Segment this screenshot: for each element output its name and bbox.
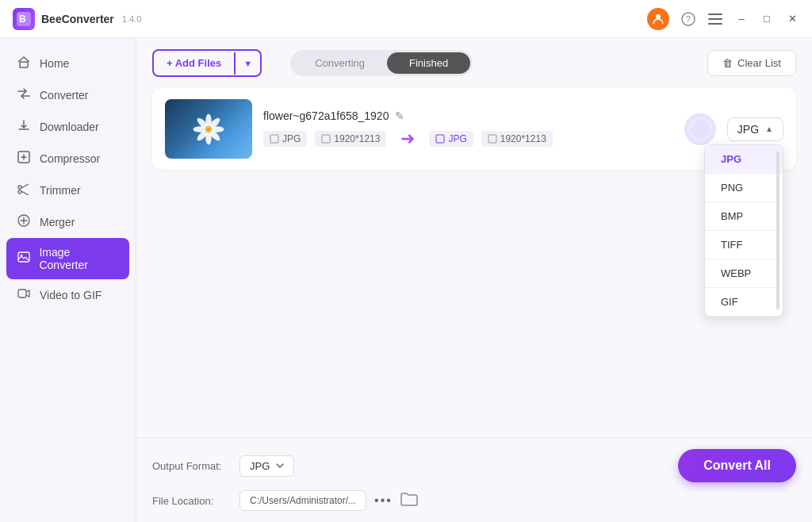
svg-rect-6 bbox=[708, 18, 722, 20]
video-to-gif-icon bbox=[16, 287, 32, 303]
app-logo: B bbox=[13, 8, 35, 30]
add-files-dropdown-arrow[interactable]: ▼ bbox=[234, 52, 260, 75]
content-area: + Add Files ▼ Converting Finished 🗑 Clea… bbox=[136, 38, 812, 522]
minimize-button[interactable]: – bbox=[734, 12, 749, 26]
app-name: BeeConverter bbox=[41, 13, 114, 25]
file-list: flower~g672a1f658_1920 ✎ JPG 1920*1213 ➜ bbox=[136, 88, 812, 437]
file-location-label: File Location: bbox=[152, 495, 232, 507]
format-option-jpg-label: JPG bbox=[721, 153, 741, 165]
svg-rect-13 bbox=[18, 252, 29, 262]
sidebar: Home Converter Downloader bbox=[0, 38, 136, 522]
format-option-png[interactable]: PNG bbox=[705, 174, 783, 202]
convert-arrow-icon: ➜ bbox=[400, 129, 415, 149]
source-format-badge: JPG bbox=[263, 131, 307, 147]
app-version: 1.4.0 bbox=[122, 14, 141, 24]
svg-rect-15 bbox=[18, 290, 26, 297]
file-info: flower~g672a1f658_1920 ✎ JPG 1920*1213 ➜ bbox=[263, 109, 673, 149]
titlebar-controls: ? – □ ✕ bbox=[647, 8, 799, 30]
svg-point-11 bbox=[18, 190, 21, 194]
menu-icon[interactable] bbox=[707, 11, 723, 27]
file-location-input[interactable]: C:/Users/Administrator/... bbox=[239, 490, 366, 511]
merger-icon bbox=[16, 214, 32, 230]
main-layout: Home Converter Downloader bbox=[0, 38, 812, 522]
sidebar-item-home[interactable]: Home bbox=[0, 48, 136, 79]
maximize-button[interactable]: □ bbox=[760, 12, 774, 26]
format-option-gif-label: GIF bbox=[721, 296, 738, 308]
svg-rect-8 bbox=[20, 62, 28, 67]
output-format-label: Output Format: bbox=[152, 460, 232, 472]
svg-point-30 bbox=[689, 118, 710, 140]
format-option-tiff[interactable]: TIFF bbox=[705, 231, 783, 259]
svg-rect-28 bbox=[436, 135, 444, 143]
format-selector[interactable]: JPG ▲ bbox=[727, 117, 783, 141]
folder-icon[interactable] bbox=[400, 492, 418, 510]
toolbar: + Add Files ▼ Converting Finished 🗑 Clea… bbox=[136, 38, 812, 88]
target-resolution-badge: 1920*1213 bbox=[481, 131, 553, 147]
sidebar-item-downloader[interactable]: Downloader bbox=[0, 111, 136, 143]
profile-icon[interactable] bbox=[647, 8, 669, 30]
converter-icon bbox=[16, 87, 32, 103]
format-option-bmp[interactable]: BMP bbox=[705, 202, 783, 231]
progress-circle bbox=[684, 113, 716, 145]
svg-rect-27 bbox=[322, 135, 330, 143]
svg-text:B: B bbox=[19, 13, 26, 25]
convert-all-button[interactable]: Convert All bbox=[678, 449, 796, 482]
edit-icon[interactable]: ✎ bbox=[395, 109, 404, 122]
image-converter-icon bbox=[16, 251, 31, 267]
format-selector-wrapper: JPG ▲ JPG PNG BMP bbox=[727, 117, 783, 141]
sidebar-item-image-converter[interactable]: Image Converter bbox=[6, 238, 129, 279]
close-button[interactable]: ✕ bbox=[785, 12, 799, 26]
tab-finished[interactable]: Finished bbox=[387, 52, 470, 74]
file-location-value: C:/Users/Administrator/... bbox=[250, 495, 356, 506]
format-option-webp[interactable]: WEBP bbox=[705, 259, 783, 288]
source-resolution-label: 1920*1213 bbox=[334, 133, 380, 144]
sidebar-item-merger[interactable]: Merger bbox=[0, 206, 136, 238]
dropdown-scrollbar[interactable] bbox=[776, 152, 779, 310]
trash-icon: 🗑 bbox=[722, 57, 733, 69]
svg-rect-26 bbox=[270, 135, 278, 143]
format-option-png-label: PNG bbox=[721, 182, 743, 194]
compressor-icon bbox=[16, 151, 32, 167]
add-files-button[interactable]: + Add Files ▼ bbox=[152, 49, 262, 77]
format-option-tiff-label: TIFF bbox=[721, 239, 742, 251]
svg-point-2 bbox=[656, 14, 661, 19]
sidebar-item-converter-label: Converter bbox=[40, 89, 88, 102]
sidebar-item-converter[interactable]: Converter bbox=[0, 79, 136, 111]
sidebar-item-home-label: Home bbox=[40, 57, 69, 70]
file-name: flower~g672a1f658_1920 bbox=[263, 109, 389, 122]
format-option-gif[interactable]: GIF bbox=[705, 288, 783, 317]
sidebar-item-compressor[interactable]: Compressor bbox=[0, 143, 136, 175]
sidebar-item-downloader-label: Downloader bbox=[40, 121, 99, 133]
target-format-badge: JPG bbox=[429, 131, 473, 147]
target-resolution-label: 1920*1213 bbox=[500, 133, 546, 144]
format-option-jpg[interactable]: JPG bbox=[705, 145, 783, 174]
sidebar-item-merger-label: Merger bbox=[40, 216, 75, 228]
file-location-row: File Location: C:/Users/Administrator/..… bbox=[152, 490, 796, 511]
selected-format-label: JPG bbox=[737, 123, 759, 136]
titlebar-left: B BeeConverter 1.4.0 bbox=[13, 8, 141, 30]
downloader-icon bbox=[16, 119, 32, 135]
add-files-label[interactable]: + Add Files bbox=[154, 51, 234, 75]
help-icon[interactable]: ? bbox=[680, 11, 696, 27]
sidebar-item-image-converter-label: Image Converter bbox=[39, 246, 120, 271]
source-resolution-badge: 1920*1213 bbox=[315, 131, 386, 147]
tab-group: Converting Finished bbox=[290, 50, 473, 76]
sidebar-item-trimmer[interactable]: Trimmer bbox=[0, 175, 136, 206]
sidebar-item-video-to-gif[interactable]: Video to GIF bbox=[0, 279, 136, 311]
format-dropdown-arrow: ▲ bbox=[765, 125, 773, 133]
trimmer-icon bbox=[16, 182, 32, 198]
clear-list-button[interactable]: 🗑 Clear List bbox=[707, 50, 796, 76]
svg-rect-7 bbox=[708, 23, 722, 25]
svg-rect-5 bbox=[708, 13, 722, 15]
format-dropdown: JPG PNG BMP TIFF WEBP bbox=[704, 144, 783, 317]
sidebar-item-video-to-gif-label: Video to GIF bbox=[40, 289, 102, 301]
more-options-button[interactable]: ••• bbox=[374, 493, 393, 508]
tab-converting[interactable]: Converting bbox=[293, 52, 387, 74]
thumbnail-image bbox=[165, 99, 252, 159]
target-format-label: JPG bbox=[448, 133, 466, 144]
svg-point-10 bbox=[18, 186, 21, 189]
output-format-row: Output Format: JPG Convert All bbox=[152, 449, 796, 482]
svg-text:?: ? bbox=[686, 14, 691, 24]
output-format-select[interactable]: JPG bbox=[239, 455, 294, 477]
output-format-value: JPG bbox=[250, 460, 270, 472]
